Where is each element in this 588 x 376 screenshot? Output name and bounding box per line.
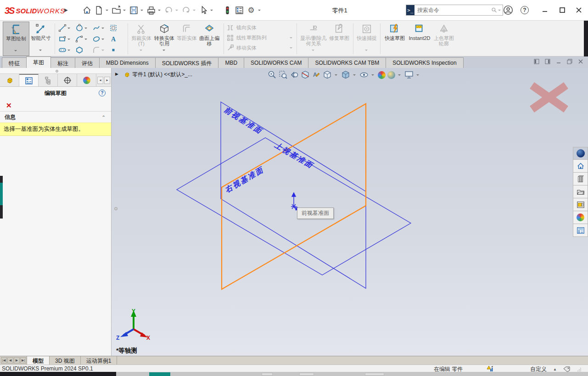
ellipse-dropdown-icon[interactable] <box>101 39 104 41</box>
rapid-sketch-button[interactable]: 快速草图 <box>383 22 407 56</box>
search-input[interactable] <box>414 7 491 13</box>
smart-dimension-dropdown-icon[interactable] <box>39 50 42 52</box>
print-button[interactable] <box>145 4 157 16</box>
slot-tool[interactable] <box>57 46 74 54</box>
undo-button[interactable] <box>162 4 174 16</box>
tab-motion-study[interactable]: 运动算例1 <box>80 356 118 365</box>
new-document-button[interactable] <box>93 4 105 16</box>
dock-right-icon[interactable] <box>545 59 550 64</box>
line-tool[interactable] <box>57 24 74 32</box>
dock-left-icon[interactable] <box>534 59 539 64</box>
rectangle-tool[interactable] <box>57 35 74 43</box>
featuremanager-flyout-icon[interactable]: ▶ <box>115 72 118 76</box>
user-account-icon[interactable] <box>502 4 514 16</box>
apply-scene-icon[interactable] <box>387 71 395 79</box>
display-relations-button[interactable]: 显示/删除几何关系 <box>299 22 328 56</box>
task-pane-design-library-button[interactable] <box>573 173 588 185</box>
surface-offset-button[interactable]: 曲面上偏移 <box>197 22 221 56</box>
view-orientation-dropdown-icon[interactable] <box>335 74 337 77</box>
fillet-dropdown-icon[interactable] <box>101 50 104 52</box>
smart-dimension-button[interactable]: 智能尺寸 <box>29 22 52 56</box>
minimize-button[interactable] <box>538 4 552 17</box>
status-light-icon[interactable] <box>221 4 233 16</box>
trim-dropdown-icon[interactable] <box>140 50 142 52</box>
sketch-picture-tool[interactable] <box>108 24 125 32</box>
repair-sketch-button[interactable]: 修复草图 <box>328 22 351 56</box>
pane-close-icon[interactable] <box>578 59 583 64</box>
zoom-area-icon[interactable] <box>279 70 288 79</box>
view-settings-dropdown-icon[interactable] <box>416 74 419 77</box>
help-icon[interactable]: ? <box>519 4 531 16</box>
tab-3d-views[interactable]: 3D 视图 <box>49 356 81 365</box>
new-document-dropdown-icon[interactable] <box>106 10 108 12</box>
options-gear-button[interactable]: ⚙ <box>245 4 257 16</box>
move-entities-button[interactable]: 移动实体 <box>226 44 294 52</box>
linear-pattern-button[interactable]: 线性草图阵列 <box>226 34 294 42</box>
tab-mbd[interactable]: MBD <box>218 57 244 68</box>
tab-displaymanager[interactable] <box>77 74 96 86</box>
convert-entities-button[interactable]: 转换实体引用 <box>152 22 176 56</box>
collapse-chevron-icon[interactable]: ⌃ <box>102 115 106 120</box>
tab-evaluate[interactable]: 评估 <box>75 57 100 68</box>
tab-scroll-left-icon[interactable]: ◂ <box>97 77 103 84</box>
front-plane-label[interactable]: 前视基准面 <box>223 106 264 135</box>
sketch-button[interactable]: 草图绘制 <box>3 22 29 56</box>
menu-flyout-icon[interactable]: ▶ <box>64 7 68 12</box>
panel-resize-bar[interactable] <box>0 68 111 74</box>
tab-mbd-dimensions[interactable]: MBD Dimensions <box>99 57 156 68</box>
quick-snaps-dropdown-icon[interactable] <box>365 50 368 52</box>
search-icon[interactable] <box>491 6 497 14</box>
task-pane-custom-properties-button[interactable] <box>573 224 588 237</box>
tab-sketch[interactable]: 草图 <box>26 56 51 68</box>
circle-tool[interactable] <box>74 24 91 32</box>
graphics-viewport[interactable]: 前视基准面 上视基准面 右视基准面 Y X Z *等轴测 ▶ 零件1 (默认) … <box>112 68 588 356</box>
section-view-icon[interactable] <box>301 70 310 79</box>
text-tool[interactable]: A <box>108 35 125 43</box>
task-pane-3dexperience-button[interactable] <box>573 147 588 160</box>
zoom-fit-icon[interactable] <box>268 70 277 79</box>
pane-restore-icon[interactable] <box>567 59 572 64</box>
search-dropdown-icon[interactable] <box>498 10 501 12</box>
cancel-sketch-button[interactable]: ✕ <box>6 101 12 110</box>
panel-help-icon[interactable]: ? <box>99 90 106 96</box>
display-relations-dropdown-icon[interactable] <box>312 50 314 52</box>
hide-show-items-icon[interactable] <box>359 70 369 79</box>
polygon-tool[interactable] <box>74 46 91 54</box>
offset-entities-button[interactable]: 等距实体 <box>176 22 197 56</box>
rectangle-dropdown-icon[interactable] <box>67 39 70 41</box>
customize-up-icon[interactable]: ▲ <box>553 367 557 371</box>
spline-tool[interactable] <box>91 24 108 32</box>
home-button[interactable] <box>81 4 93 16</box>
edit-appearance-icon[interactable] <box>378 71 386 79</box>
tab-first-icon[interactable]: |◀ <box>1 357 7 364</box>
display-style-icon[interactable] <box>341 70 350 79</box>
pane-minimize-icon[interactable] <box>556 59 561 64</box>
sketch-dropdown-icon[interactable] <box>14 50 17 53</box>
instant2d-button[interactable]: Instant2D <box>407 22 432 56</box>
select-cursor-button[interactable] <box>197 4 209 16</box>
tab-markup[interactable]: 标注 <box>50 57 75 68</box>
tab-features[interactable]: 特征 <box>2 57 27 68</box>
undo-dropdown-icon[interactable] <box>175 10 178 12</box>
redo-dropdown-icon[interactable] <box>193 10 196 12</box>
task-pane-view-palette-button[interactable] <box>573 198 588 211</box>
right-plane-label[interactable]: 右视基准面 <box>224 165 265 194</box>
save-dropdown-icon[interactable] <box>140 10 143 12</box>
tab-propertymanager[interactable] <box>19 74 39 86</box>
tab-cam-tbm[interactable]: SOLIDWORKS CAM TBM <box>308 57 386 68</box>
select-dropdown-icon[interactable] <box>210 10 213 12</box>
tab-prev-icon[interactable]: ◀ <box>7 357 13 364</box>
open-button[interactable] <box>110 4 122 16</box>
task-pane-resources-button[interactable] <box>573 160 588 173</box>
move-dropdown-icon[interactable] <box>290 47 292 50</box>
splitter-handle[interactable] <box>114 207 118 210</box>
tab-inspection[interactable]: SOLIDWORKS Inspection <box>386 57 463 68</box>
resize-grip-icon[interactable] <box>577 367 582 372</box>
redo-button[interactable] <box>180 4 192 16</box>
slot-dropdown-icon[interactable] <box>67 50 70 52</box>
previous-view-icon[interactable] <box>290 70 299 79</box>
shaded-contours-button[interactable]: 上色草图轮廓 <box>432 22 455 56</box>
arc-dropdown-icon[interactable] <box>84 39 87 41</box>
circle-dropdown-icon[interactable] <box>84 28 87 30</box>
fillet-tool[interactable] <box>91 46 108 54</box>
